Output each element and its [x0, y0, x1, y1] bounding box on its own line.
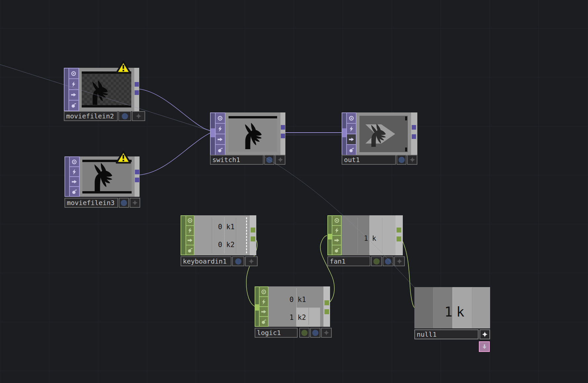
network-editor-canvas[interactable]: moviefilein2 moviefile [0, 0, 588, 383]
node-name-switch1[interactable]: switch1 [210, 155, 264, 165]
output-connector[interactable] [281, 125, 285, 130]
bomb-icon[interactable] [260, 316, 268, 326]
node-name-logic1[interactable]: logic1 [255, 328, 298, 338]
input-connector[interactable] [342, 128, 346, 137]
node-name-keyboardin1[interactable]: keyboardin1 [181, 256, 231, 266]
select-flag[interactable] [383, 256, 394, 266]
select-flag[interactable] [264, 155, 274, 165]
node-moviefilein3[interactable]: moviefilein3 [64, 156, 140, 197]
output-connector[interactable] [324, 309, 329, 314]
bypass-icon[interactable] [216, 123, 225, 134]
node-out1[interactable]: out1 [342, 112, 417, 155]
channel-name: k2 [226, 241, 234, 248]
render-icon[interactable] [186, 235, 194, 245]
select-flag[interactable] [310, 328, 320, 338]
display-flag[interactable] [480, 329, 490, 339]
bypass-icon[interactable] [347, 123, 356, 134]
display-flag[interactable] [394, 256, 405, 266]
display-flag[interactable] [245, 256, 258, 266]
bomb-icon[interactable] [347, 144, 356, 155]
warning-icon[interactable] [116, 150, 131, 164]
output-connector[interactable] [397, 236, 401, 241]
node-body[interactable]: 1k [342, 215, 396, 255]
node-body[interactable]: 0k1 1k2 [269, 286, 323, 327]
output-connector[interactable] [135, 170, 139, 174]
select-dot [122, 113, 128, 119]
render-icon[interactable] [216, 134, 225, 144]
node-name-moviefilein3[interactable]: moviefilein3 [64, 198, 118, 208]
bomb-icon[interactable] [216, 144, 225, 155]
node-null1[interactable]: 1k null1 [414, 287, 490, 328]
input-connector[interactable] [328, 234, 332, 239]
output-connector[interactable] [135, 90, 139, 95]
viewer-icon[interactable] [69, 68, 78, 78]
viewer-icon[interactable] [347, 113, 356, 123]
select-flag[interactable] [118, 111, 131, 121]
node-body[interactable]: 0k1 0k2 [194, 215, 250, 255]
channel-row: 1k [414, 305, 490, 319]
output-connector[interactable] [251, 228, 255, 233]
input-strip [65, 157, 69, 196]
viewer-icon[interactable] [216, 113, 225, 123]
display-flag[interactable] [275, 155, 285, 165]
bomb-icon[interactable] [332, 245, 341, 255]
render-icon[interactable] [260, 306, 268, 316]
node-fan1[interactable]: 1k fan1 [327, 215, 403, 255]
render-icon[interactable] [69, 89, 78, 100]
cook-flag[interactable] [371, 256, 382, 266]
viewer-icon[interactable] [260, 287, 268, 296]
wire-moviefilein2-switch1[interactable] [139, 89, 210, 131]
select-flag[interactable] [397, 155, 406, 165]
bypass-icon[interactable] [260, 296, 268, 306]
input-connector[interactable] [255, 304, 259, 311]
node-switch1[interactable]: switch1 [210, 112, 285, 155]
output-connector[interactable] [412, 125, 416, 130]
output-connector[interactable] [135, 82, 139, 87]
viewer-icon[interactable] [332, 216, 341, 225]
output-connector[interactable] [412, 134, 416, 139]
viewer-icon[interactable] [186, 216, 194, 225]
docked-indicator-badge[interactable] [479, 341, 490, 352]
select-flag[interactable] [232, 256, 244, 266]
output-connector[interactable] [324, 300, 329, 305]
display-flag[interactable] [132, 111, 145, 121]
letterbox-bar [82, 105, 131, 107]
output-connector[interactable] [251, 236, 255, 241]
display-flag[interactable] [407, 155, 417, 165]
input-strip [64, 68, 68, 110]
output-connector[interactable] [397, 228, 401, 233]
bomb-icon[interactable] [186, 245, 194, 255]
display-flag[interactable] [130, 198, 140, 208]
wire-moviefilein3-switch1[interactable] [139, 133, 210, 175]
display-flag[interactable] [321, 328, 332, 338]
render-icon[interactable] [347, 134, 356, 144]
node-name-moviefilein2[interactable]: moviefilein2 [64, 111, 118, 121]
bypass-icon[interactable] [332, 225, 341, 235]
output-connector[interactable] [281, 134, 285, 138]
viewer-icon[interactable] [70, 157, 79, 166]
select-flag[interactable] [119, 198, 129, 208]
node-name-fan1[interactable]: fan1 [327, 256, 370, 266]
output-connector[interactable] [135, 178, 139, 182]
render-icon[interactable] [70, 176, 79, 186]
cook-flag[interactable] [299, 328, 310, 338]
node-body[interactable] [79, 68, 134, 111]
node-logic1[interactable]: 0k1 1k2 logic1 [255, 286, 330, 327]
node-name-null1[interactable]: null1 [414, 329, 479, 339]
render-icon[interactable] [332, 235, 341, 245]
node-body[interactable] [356, 112, 411, 155]
channel-name: k2 [298, 314, 306, 321]
wire-fan1-null1[interactable] [401, 239, 414, 308]
bypass-icon[interactable] [69, 78, 78, 89]
node-body[interactable]: 1k [414, 287, 490, 328]
bomb-icon[interactable] [70, 186, 79, 196]
bypass-icon[interactable] [186, 225, 194, 235]
node-name-out1[interactable]: out1 [342, 155, 396, 165]
bypass-icon[interactable] [70, 166, 79, 176]
node-moviefilein2[interactable]: moviefilein2 [64, 68, 139, 111]
bomb-icon[interactable] [69, 100, 78, 110]
warning-icon[interactable] [116, 61, 131, 74]
input-connector[interactable] [211, 128, 215, 137]
node-body[interactable] [225, 112, 280, 155]
node-keyboardin1[interactable]: 0k1 0k2 keyboardin1 [181, 215, 256, 255]
